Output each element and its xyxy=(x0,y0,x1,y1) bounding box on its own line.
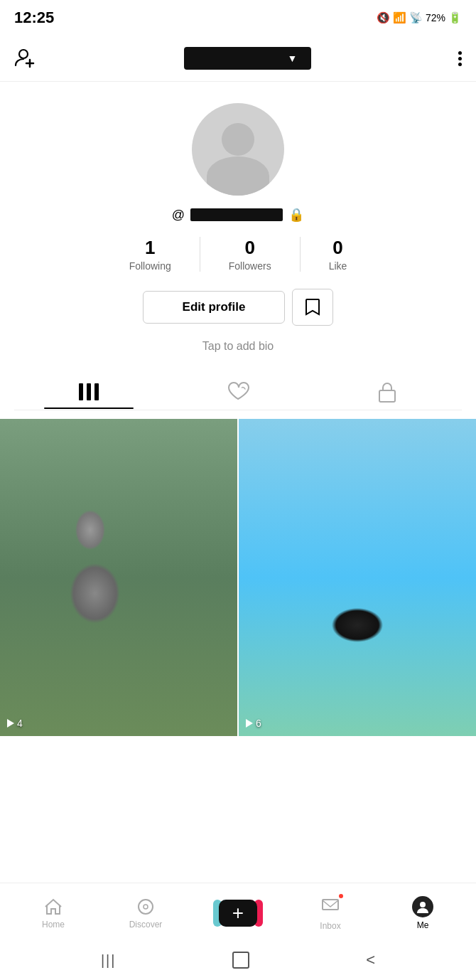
status-bar: 12:25 🔇 📶 📡 72% 🔋 xyxy=(0,0,476,36)
svg-point-9 xyxy=(420,902,426,907)
dot-2 xyxy=(458,57,462,60)
dot-3 xyxy=(458,63,462,66)
likes-label: Like xyxy=(329,260,347,272)
stats-row: 1 Following 0 Followers 0 Like xyxy=(14,237,462,272)
video-count-2: 6 xyxy=(256,718,261,729)
tab-videos[interactable] xyxy=(14,382,163,409)
plus-icon: + xyxy=(219,900,257,927)
following-count: 1 xyxy=(145,237,155,259)
following-stat[interactable]: 1 Following xyxy=(101,237,200,272)
bottom-nav: Home Discover + Inbox xyxy=(0,883,476,940)
status-icons: 🔇 📶 📡 72% 🔋 xyxy=(377,11,462,24)
video-grid: 4 6 xyxy=(0,419,476,735)
svg-rect-4 xyxy=(87,383,91,400)
nav-create[interactable]: + xyxy=(192,900,284,927)
video-thumb-2[interactable]: 6 xyxy=(239,419,476,735)
play-icon-2 xyxy=(246,719,253,728)
current-account-name xyxy=(198,53,283,64)
edit-profile-button[interactable]: Edit profile xyxy=(143,291,285,324)
username-text xyxy=(190,208,283,221)
signal-icon: 📡 xyxy=(409,11,423,24)
followers-label: Followers xyxy=(229,260,271,272)
battery-icon: 🔋 xyxy=(448,11,462,24)
username-at-symbol: @ xyxy=(172,208,185,223)
bookmark-button[interactable] xyxy=(292,289,333,326)
nav-items: Home Discover + Inbox xyxy=(0,883,476,940)
android-home-icon[interactable] xyxy=(232,952,249,969)
dog-thumbnail xyxy=(239,419,476,735)
koala-thumbnail xyxy=(0,419,237,735)
content-tabs xyxy=(14,374,462,410)
header: ▼ xyxy=(0,36,476,82)
dot-1 xyxy=(458,51,462,55)
svg-point-8 xyxy=(144,905,148,909)
followers-count: 0 xyxy=(244,237,254,259)
svg-rect-5 xyxy=(94,383,99,400)
svg-rect-6 xyxy=(379,390,395,402)
svg-point-0 xyxy=(19,50,28,58)
profile-section: @ 🔒 1 Following 0 Followers 0 Like Edit … xyxy=(0,82,476,417)
video-play-count-2: 6 xyxy=(246,718,261,729)
nav-inbox-label: Inbox xyxy=(320,921,340,931)
followers-stat[interactable]: 0 Followers xyxy=(200,237,300,272)
nav-home[interactable]: Home xyxy=(7,897,99,930)
add-user-button[interactable] xyxy=(14,47,37,70)
tab-private[interactable] xyxy=(313,381,462,410)
android-back-icon[interactable]: < xyxy=(366,951,375,969)
inbox-badge xyxy=(337,893,345,900)
create-button[interactable]: + xyxy=(219,900,257,927)
wifi-icon: 📶 xyxy=(393,11,406,24)
video-thumb-1[interactable]: 4 xyxy=(0,419,237,735)
android-menu-icon[interactable]: ||| xyxy=(101,952,117,969)
likes-stat[interactable]: 0 Like xyxy=(300,237,376,272)
nav-me-label: Me xyxy=(417,920,429,930)
battery-level: 72% xyxy=(426,12,445,23)
svg-rect-3 xyxy=(79,383,83,400)
android-nav: ||| < xyxy=(0,940,476,980)
action-buttons-row: Edit profile xyxy=(143,289,333,326)
video-play-count-1: 4 xyxy=(7,718,23,729)
following-label: Following xyxy=(129,260,171,272)
video-count-1: 4 xyxy=(17,718,23,729)
nav-me[interactable]: Me xyxy=(377,896,469,930)
bio-placeholder[interactable]: Tap to add bio xyxy=(202,340,274,353)
tab-liked[interactable] xyxy=(163,382,313,409)
private-account-icon: 🔒 xyxy=(288,207,304,223)
status-time: 12:25 xyxy=(14,9,54,27)
avatar[interactable] xyxy=(192,103,284,196)
me-avatar xyxy=(412,896,433,917)
play-icon-1 xyxy=(7,719,14,728)
account-switcher[interactable]: ▼ xyxy=(184,47,312,70)
dropdown-arrow-icon: ▼ xyxy=(288,53,298,64)
username-row: @ 🔒 xyxy=(172,207,304,223)
avatar-head xyxy=(222,123,254,156)
svg-point-7 xyxy=(139,900,153,914)
nav-inbox[interactable]: Inbox xyxy=(284,895,377,931)
nav-discover[interactable]: Discover xyxy=(99,897,192,930)
avatar-body xyxy=(207,156,269,196)
inbox-icon-wrap xyxy=(320,895,340,918)
likes-count: 0 xyxy=(332,237,342,259)
more-options-button[interactable] xyxy=(458,51,462,66)
nav-discover-label: Discover xyxy=(129,920,163,930)
mute-icon: 🔇 xyxy=(377,11,390,24)
nav-home-label: Home xyxy=(42,920,65,930)
